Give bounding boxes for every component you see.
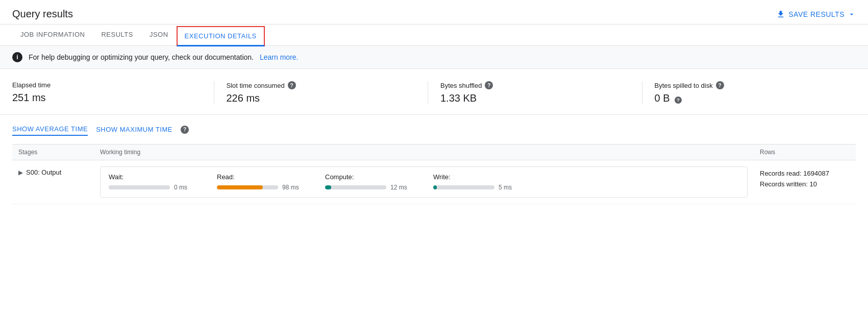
compute-bar-group: Compute: 12 ms [325,173,417,191]
read-bar-track [217,185,278,189]
tab-job-information[interactable]: JOB INFORMATION [12,25,93,46]
timing-buttons: SHOW AVERAGE TIME SHOW MAXIMUM TIME ? [12,123,856,136]
page-header: Query results SAVE RESULTS [0,0,868,25]
records-read: Records read: 1694087 [760,168,850,179]
timing-detail-card: Wait: 0 ms Read: [100,166,748,198]
write-label: Write: [433,173,525,181]
stages-table: Stages Working timing Rows ▶ S00: Output… [12,144,856,204]
wait-bar-group: Wait: 0 ms [109,173,201,191]
metric-bytes-shuffled: Bytes shuffled ? 1.33 KB [440,81,642,104]
wait-label: Wait: [109,173,201,181]
tab-execution-details[interactable]: EXECUTION DETAILS [177,26,265,46]
write-bar-fill [433,185,437,189]
page-title: Query results [12,8,73,20]
compute-bar-fill [325,185,331,189]
write-value: 5 ms [499,184,512,191]
col-header-rows: Rows [754,149,856,156]
read-bar-group: Read: 98 ms [217,173,309,191]
table-row: ▶ S00: Output Wait: 0 ms [12,160,856,204]
slot-time-help-icon[interactable]: ? [288,81,296,89]
records-written: Records written: 10 [760,179,850,190]
col-header-timing: Working timing [94,149,754,156]
compute-bar-row: 12 ms [325,184,417,191]
col-header-stages: Stages [12,149,94,156]
write-bar-track [433,185,494,189]
wait-value: 0 ms [174,184,187,191]
metric-bytes-shuffled-value: 1.33 KB [440,92,630,104]
metric-elapsed-label: Elapsed time [12,81,202,89]
read-bar-fill [217,185,263,189]
wait-bar-row: 0 ms [109,184,201,191]
bytes-shuffled-help-icon[interactable]: ? [485,81,493,89]
tab-json[interactable]: JSON [141,25,177,46]
rows-info: Records read: 1694087 Records written: 1… [760,168,850,190]
timing-help-icon[interactable]: ? [181,126,189,134]
compute-bar-track [325,185,386,189]
metric-elapsed-value: 251 ms [12,92,202,104]
info-banner: i For help debugging or optimizing your … [0,46,868,69]
show-average-time-button[interactable]: SHOW AVERAGE TIME [12,123,88,136]
read-bar-row: 98 ms [217,184,309,191]
download-icon [776,10,785,19]
chevron-down-icon [848,10,856,18]
tabs-bar: JOB INFORMATION RESULTS JSON EXECUTION D… [0,25,868,46]
wait-bar-track [109,185,170,189]
write-bar-group: Write: 5 ms [433,173,525,191]
stage-name-col: ▶ S00: Output [12,164,94,176]
info-text: For help debugging or optimizing your qu… [29,53,254,61]
metric-slot-label: Slot time consumed ? [227,81,416,89]
write-bar-row: 5 ms [433,184,525,191]
read-label: Read: [217,173,309,181]
metric-elapsed-time: Elapsed time 251 ms [12,81,214,104]
timing-bars: Wait: 0 ms Read: [109,173,739,191]
metrics-row: Elapsed time 251 ms Slot time consumed ?… [0,69,868,115]
stages-header: Stages Working timing Rows [12,144,856,160]
metric-slot-time: Slot time consumed ? 226 ms [227,81,429,104]
metric-bytes-spilled: Bytes spilled to disk ? 0 B ? [655,81,856,104]
read-value: 98 ms [282,184,299,191]
stage-expand-chevron[interactable]: ▶ [18,169,23,176]
stage-rows-col: Records read: 1694087 Records written: 1… [754,164,856,190]
stage-name: S00: Output [26,168,61,176]
compute-value: 12 ms [390,184,407,191]
bytes-spilled-help-icon[interactable]: ? [716,81,724,89]
bytes-spilled-value-help-icon[interactable]: ? [675,97,682,104]
metric-bytes-spilled-label: Bytes spilled to disk ? [655,81,844,89]
metric-bytes-spilled-value: 0 B ? [655,92,844,104]
metric-bytes-shuffled-label: Bytes shuffled ? [440,81,630,89]
learn-more-link[interactable]: Learn more. [260,53,298,61]
compute-label: Compute: [325,173,417,181]
info-icon: i [12,52,22,62]
timing-section: SHOW AVERAGE TIME SHOW MAXIMUM TIME ? St… [0,115,868,212]
stage-timing-col: Wait: 0 ms Read: [94,164,754,200]
save-results-button[interactable]: SAVE RESULTS [776,10,856,19]
metric-slot-value: 226 ms [227,92,416,104]
tab-results[interactable]: RESULTS [93,25,141,46]
show-maximum-time-button[interactable]: SHOW MAXIMUM TIME [96,124,172,135]
